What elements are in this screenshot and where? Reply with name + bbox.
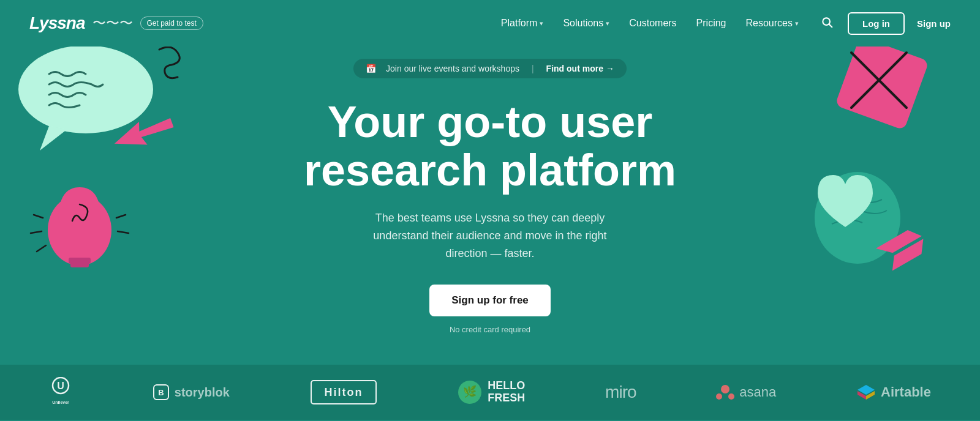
svg-marker-3 — [40, 126, 67, 151]
svg-text:Unilever: Unilever — [52, 400, 69, 404]
logo-waves-icon: 〜〜〜 — [92, 14, 133, 32]
nav-item-customers[interactable]: Customers — [629, 18, 676, 29]
hero-section: 📅 Join our live events and workshops | F… — [0, 47, 980, 365]
logo-tagline[interactable]: Get paid to test — [140, 17, 203, 30]
logo-miro: miro — [605, 382, 636, 402]
deco-right — [723, 40, 980, 334]
miro-label: miro — [605, 382, 636, 402]
svg-marker-18 — [886, 239, 930, 270]
svg-point-2 — [18, 45, 153, 133]
svg-text:U: U — [57, 381, 64, 391]
storyblok-label: storyblok — [175, 386, 230, 400]
logo-hilton: Hilton — [310, 379, 377, 405]
hellofresh-logo-icon: 🌿 — [457, 379, 483, 405]
cta-button[interactable]: Sign up for free — [429, 285, 551, 316]
login-button[interactable]: Log in — [848, 12, 905, 35]
nav-link-pricing[interactable]: Pricing — [696, 18, 726, 29]
svg-rect-7 — [70, 263, 89, 267]
chevron-down-icon: ▾ — [606, 20, 609, 28]
hilton-logo-icon: Hilton — [310, 379, 377, 405]
banner-calendar-icon: 📅 — [366, 64, 376, 73]
hellofresh-label: HELLO FRESH — [488, 380, 525, 404]
svg-line-12 — [118, 231, 129, 233]
logo-airtable: Airtable — [856, 384, 931, 401]
nav-item-solutions[interactable]: Solutions ▾ — [563, 18, 609, 29]
svg-line-10 — [37, 245, 46, 251]
svg-text:🌿: 🌿 — [463, 385, 477, 398]
nav-link-resources[interactable]: Resources ▾ — [746, 18, 799, 29]
nav-link-platform[interactable]: Platform ▾ — [501, 18, 544, 29]
banner-divider: | — [532, 64, 534, 73]
logo-hellofresh: 🌿 HELLO FRESH — [457, 379, 525, 405]
svg-point-16 — [815, 172, 900, 264]
airtable-logo-icon — [856, 384, 876, 401]
logos-bar: U Unilever B storyblok Hilton 🌿 HELLO FR… — [0, 365, 980, 420]
svg-line-11 — [116, 215, 126, 218]
svg-marker-17 — [876, 226, 922, 259]
logo-name: Lyssna — [29, 13, 85, 33]
svg-text:Hilton: Hilton — [324, 386, 363, 398]
search-button[interactable] — [818, 13, 835, 34]
brand-logo[interactable]: Lyssna 〜〜〜 Get paid to test — [29, 13, 203, 33]
svg-point-28 — [721, 385, 729, 393]
svg-line-1 — [829, 24, 832, 27]
banner-text: Join our live events and workshops — [386, 64, 519, 73]
nav-item-platform[interactable]: Platform ▾ — [501, 18, 544, 29]
nav-link-solutions[interactable]: Solutions ▾ — [563, 18, 609, 29]
nav-links: Platform ▾ Solutions ▾ Customers Pricing… — [501, 18, 799, 29]
asana-label: asana — [739, 384, 776, 400]
svg-point-29 — [716, 393, 722, 400]
announcement-banner[interactable]: 📅 Join our live events and workshops | F… — [353, 59, 627, 78]
svg-text:B: B — [158, 388, 164, 397]
chevron-down-icon: ▾ — [540, 20, 543, 28]
svg-line-15 — [851, 53, 907, 108]
storyblok-logo-icon: B — [153, 384, 170, 401]
svg-rect-13 — [835, 40, 929, 130]
svg-line-8 — [34, 215, 43, 218]
svg-marker-4 — [110, 111, 176, 155]
chevron-down-icon: ▾ — [795, 20, 799, 28]
svg-point-5 — [48, 195, 111, 266]
nav-link-customers[interactable]: Customers — [629, 18, 676, 29]
cta-note: No credit card required — [450, 325, 530, 334]
arrow-right-icon: → — [606, 64, 614, 73]
svg-line-9 — [31, 231, 42, 233]
left-decorations-svg — [0, 40, 245, 334]
nav-right-actions: Log in Sign up — [818, 12, 951, 35]
hero-subtitle: The best teams use Lyssna so they can de… — [361, 209, 619, 262]
airtable-label: Airtable — [881, 384, 931, 400]
svg-point-30 — [728, 393, 734, 400]
unilever-logo-icon: U Unilever — [49, 377, 72, 408]
deco-left — [0, 40, 245, 334]
logo-unilever: U Unilever — [49, 377, 72, 408]
svg-line-14 — [851, 53, 907, 108]
hero-title: Your go-to user research platform — [276, 98, 704, 195]
right-decorations-svg — [723, 40, 980, 334]
navbar: Lyssna 〜〜〜 Get paid to test Platform ▾ S… — [0, 0, 980, 47]
logo-asana: asana — [716, 384, 776, 400]
nav-item-pricing[interactable]: Pricing — [696, 18, 726, 29]
svg-rect-6 — [69, 258, 91, 264]
logo-storyblok: B storyblok — [153, 384, 230, 401]
banner-link[interactable]: Find out more → — [546, 64, 614, 73]
asana-logo-icon — [716, 384, 734, 400]
nav-item-resources[interactable]: Resources ▾ — [746, 18, 799, 29]
signup-button[interactable]: Sign up — [917, 18, 951, 29]
